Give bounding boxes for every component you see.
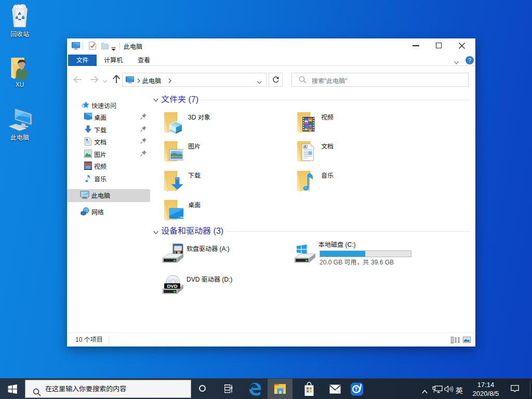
svg-text:DVD: DVD [167,283,177,288]
